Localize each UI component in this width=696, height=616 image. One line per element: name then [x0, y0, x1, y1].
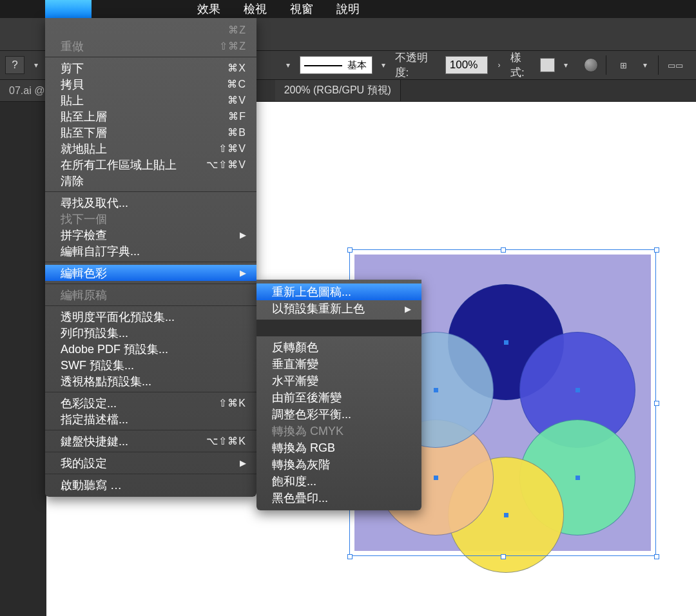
menubar-item[interactable]: 說明 — [333, 0, 363, 18]
selection-handle[interactable] — [654, 554, 659, 559]
menu-item[interactable]: 尋找及取代... — [45, 195, 256, 211]
menu-item[interactable]: 飽和度... — [256, 473, 421, 490]
menu-item-label: 列印預設集... — [61, 325, 246, 341]
selection-handle[interactable] — [501, 554, 506, 559]
help-icon[interactable]: ? — [5, 56, 24, 74]
menu-item-shortcut: ⇧⌘Z — [219, 40, 246, 52]
menu-item-shortcut: ⌘X — [227, 62, 246, 74]
menu-item-label: 轉換為 RGB — [272, 440, 411, 456]
style-swatch[interactable] — [540, 58, 555, 72]
menu-item[interactable]: 指定描述檔... — [45, 411, 256, 427]
menu-item-label: 剪下 — [61, 61, 227, 76]
menu-item[interactable]: SWF 預設集... — [45, 357, 256, 373]
menu-item: 編輯原稿 — [45, 287, 256, 303]
menu-item-label: SWF 預設集... — [61, 358, 246, 373]
menu-item-label: 尋找及取代... — [61, 195, 246, 211]
submenu-arrow-icon: ▶ — [240, 268, 246, 278]
menu-item[interactable]: 編輯自訂字典... — [45, 243, 256, 259]
menu-item-label: 轉換為 CMYK — [272, 423, 411, 439]
menu-separator — [45, 305, 256, 306]
menu-item[interactable]: 由前至後漸變 — [256, 389, 421, 406]
menu-item[interactable]: 拷貝⌘C — [45, 76, 256, 92]
menu-item[interactable]: 貼至上層⌘F — [45, 108, 256, 124]
menubar-item-edit[interactable] — [45, 0, 92, 18]
menu-separator — [256, 320, 421, 336]
menu-item: 找下一個 — [45, 211, 256, 227]
menu-item[interactable]: 清除 — [45, 173, 256, 189]
menu-item[interactable]: Adobe PDF 預設集... — [45, 341, 256, 357]
selection-handle[interactable] — [347, 247, 353, 253]
edit-menu: ⌘Z重做⇧⌘Z剪下⌘X拷貝⌘C貼上⌘V貼至上層⌘F貼至下層⌘B就地貼上⇧⌘V在所… — [45, 18, 256, 497]
stroke-preset[interactable]: 基本 — [300, 56, 372, 74]
menu-item[interactable]: 黑色疊印... — [256, 490, 421, 506]
menu-item-label: 反轉顏色 — [272, 340, 411, 355]
menu-item[interactable]: 轉換為 RGB — [256, 439, 421, 456]
selection-handle[interactable] — [654, 247, 659, 253]
menu-item-label: 找下一個 — [61, 211, 246, 227]
selection-handle[interactable] — [347, 554, 353, 559]
style-label: 樣式: — [510, 50, 534, 80]
menu-separator — [45, 57, 256, 57]
menu-item: 轉換為 CMYK — [256, 423, 421, 439]
menu-item[interactable]: 鍵盤快捷鍵...⌥⇧⌘K — [45, 433, 256, 449]
menu-item-label: 透視格點預設集... — [61, 374, 246, 389]
selection-handle[interactable] — [501, 247, 506, 253]
menu-item[interactable]: 在所有工作區域上貼上⌥⇧⌘V — [45, 157, 256, 173]
menu-item[interactable]: 重新上色圖稿... — [256, 284, 421, 300]
menu-item-shortcut: ⌘V — [227, 94, 246, 106]
menu-item[interactable]: 我的設定▶ — [45, 455, 256, 471]
menu-item-label: 啟動聽寫 … — [61, 477, 246, 493]
menu-item[interactable]: 轉換為灰階 — [256, 456, 421, 473]
menu-item[interactable]: 剪下⌘X — [45, 60, 256, 76]
menu-item[interactable]: 列印預設集... — [45, 325, 256, 341]
menu-item[interactable]: 透明度平面化預設集... — [45, 309, 256, 325]
menu-item-label: 編輯色彩 — [61, 265, 240, 281]
menu-item[interactable]: 貼至下層⌘B — [45, 124, 256, 140]
menu-item[interactable]: 色彩設定...⇧⌘K — [45, 395, 256, 411]
align-icon[interactable]: ⊞ — [614, 58, 632, 72]
menu-separator — [45, 191, 256, 192]
menu-item[interactable]: 水平漸變 — [256, 372, 421, 389]
menu-item[interactable]: 以預設集重新上色▶ — [256, 300, 421, 317]
menu-item-shortcut: ⇧⌘V — [218, 142, 246, 155]
menubar-item[interactable]: 視窗 — [286, 0, 317, 18]
menu-item[interactable]: 編輯色彩▶ — [45, 265, 256, 281]
selection-handle[interactable] — [654, 401, 659, 406]
menu-item-label: 由前至後漸變 — [272, 390, 411, 405]
menu-item[interactable]: 垂直漸變 — [256, 356, 421, 372]
menu-item-label: 貼至上層 — [61, 109, 228, 124]
chevron-down-icon[interactable]: ▾ — [561, 56, 571, 74]
submenu-arrow-icon: ▶ — [240, 458, 246, 468]
menu-item[interactable]: 透視格點預設集... — [45, 373, 256, 389]
arrange-icon[interactable]: ▭▭ — [666, 58, 684, 72]
opacity-field[interactable]: 100% — [445, 56, 488, 74]
chevron-right-icon[interactable]: › — [494, 56, 504, 74]
menu-item[interactable]: 就地貼上⇧⌘V — [45, 140, 256, 157]
divider — [606, 55, 606, 75]
chevron-down-icon[interactable]: ▾ — [640, 56, 650, 74]
menu-item-shortcut: ⇧⌘K — [218, 397, 246, 409]
menu-item[interactable]: 啟動聽寫 … — [45, 477, 256, 493]
menu-item-label: 黑色疊印... — [272, 490, 411, 506]
menu-item-label: 鍵盤快捷鍵... — [61, 434, 206, 449]
chevron-down-icon[interactable]: ▾ — [31, 56, 41, 74]
menu-item-label: 就地貼上 — [61, 141, 218, 157]
menu-item-label: 重做 — [61, 39, 219, 54]
menu-item-label: 指定描述檔... — [61, 412, 246, 427]
recolor-icon[interactable] — [584, 58, 598, 72]
menu-item-label: 貼至下層 — [61, 125, 227, 140]
menu-item[interactable]: 調整色彩平衡... — [256, 406, 421, 423]
menubar-item[interactable]: 檢視 — [240, 0, 271, 18]
menu-item[interactable]: 反轉顏色 — [256, 339, 421, 356]
menu-item: ⌘Z — [45, 22, 256, 38]
menubar: 效果 檢視 視窗 說明 — [0, 0, 696, 18]
menu-item[interactable]: 拼字檢查▶ — [45, 227, 256, 243]
menubar-item[interactable]: 效果 — [193, 0, 224, 18]
menu-item-shortcut: ⌘C — [227, 78, 246, 90]
menu-item[interactable]: 貼上⌘V — [45, 92, 256, 108]
menu-item-label: 清除 — [61, 173, 246, 189]
menu-item-label: 轉換為灰階 — [272, 457, 411, 472]
document-tab[interactable]: 200% (RGB/GPU 預視) — [275, 80, 401, 101]
chevron-down-icon[interactable]: ▾ — [284, 56, 293, 74]
chevron-down-icon[interactable]: ▾ — [379, 56, 389, 74]
